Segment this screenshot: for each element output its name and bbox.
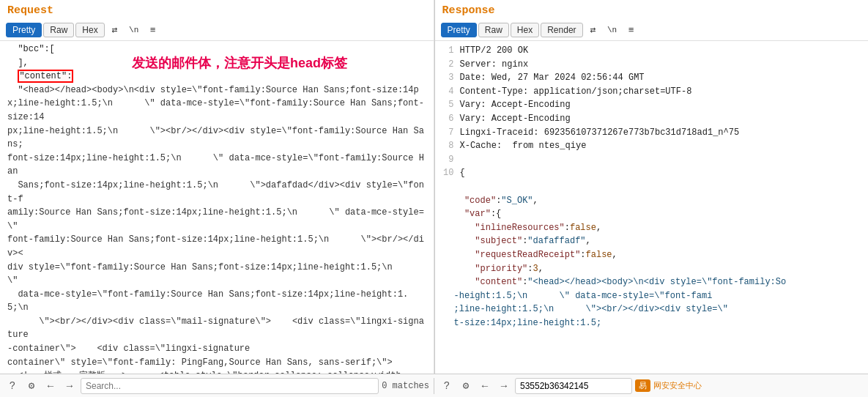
request-search-input[interactable] (81, 378, 379, 394)
request-bottom: ? ⚙ ← → 0 matches (0, 378, 434, 394)
response-line-8: 8 X-Cache: from ntes_qiye (435, 139, 869, 153)
response-forward-icon[interactable]: → (496, 378, 512, 394)
response-newline-icon[interactable]: \n (604, 22, 621, 38)
response-menu-icon[interactable]: ≡ (623, 22, 640, 38)
request-panel: Request Pretty Raw Hex ⇄ \n ≡ 发送的邮件体，注意开… (0, 0, 434, 374)
response-help-icon[interactable]: ? (439, 378, 455, 394)
request-code: "bcc":[ ], "content": "<head></head><bod… (0, 41, 434, 374)
request-filter-icon[interactable]: ⇄ (106, 22, 124, 38)
request-raw-btn[interactable]: Raw (43, 23, 74, 37)
response-toolbar: Pretty Raw Hex Render ⇄ \n ≡ (435, 20, 869, 41)
watermark-label: 网安安全中心 (653, 380, 702, 391)
request-menu-icon[interactable]: ≡ (144, 22, 162, 38)
response-line-5: 5 Vary: Accept-Encoding (435, 98, 869, 112)
response-raw-btn[interactable]: Raw (478, 23, 509, 37)
request-content-area: 发送的邮件体，注意开头是head标签 "bcc":[ ], "content":… (0, 41, 434, 374)
request-help-icon[interactable]: ? (4, 378, 21, 394)
response-back-icon[interactable]: ← (477, 378, 493, 394)
response-json-code: "code":"S_OK", "var":{ "inlineResources"… (435, 180, 869, 344)
request-back-icon[interactable]: ← (42, 378, 59, 394)
request-newline-icon[interactable]: \n (125, 22, 143, 38)
request-forward-icon[interactable]: → (62, 378, 78, 394)
watermark-icon: 易 (635, 379, 650, 392)
request-title: Request (0, 0, 434, 20)
response-filter-icon[interactable]: ⇄ (585, 22, 602, 38)
response-panel: Response Pretty Raw Hex Render ⇄ \n ≡ 1 … (435, 0, 869, 374)
response-line-4: 4 Content-Type: application/json;charset… (435, 85, 869, 99)
response-content-area: 1 HTTP/2 200 OK 2 Server: nginx 3 Date: … (435, 41, 869, 374)
response-line-3: 3 Date: Wed, 27 Mar 2024 02:56:44 GMT (435, 71, 869, 85)
request-match-count: 0 matches (382, 381, 429, 391)
request-toolbar: Pretty Raw Hex ⇄ \n ≡ (0, 20, 434, 41)
request-gear-icon[interactable]: ⚙ (23, 378, 40, 394)
response-pretty-btn[interactable]: Pretty (441, 23, 477, 37)
response-search-input[interactable] (515, 378, 632, 394)
response-line-1: 1 HTTP/2 200 OK (435, 44, 869, 58)
response-line-6: 6 Vary: Accept-Encoding (435, 112, 869, 126)
response-line-9: 9 (435, 153, 869, 167)
watermark: 易 网安安全中心 (635, 379, 705, 392)
response-render-btn[interactable]: Render (541, 23, 582, 37)
response-hex-btn[interactable]: Hex (511, 23, 539, 37)
bottom-bar: ? ⚙ ← → 0 matches ? ⚙ ← → 易 网安安全中心 (0, 374, 868, 397)
response-line-10: 10 { (435, 166, 869, 180)
response-bottom: ? ⚙ ← → 易 网安安全中心 (434, 378, 868, 394)
request-hex-btn[interactable]: Hex (75, 23, 104, 37)
request-pretty-btn[interactable]: Pretty (6, 23, 42, 37)
content-key-highlight: "content": (18, 70, 73, 83)
response-line-2: 2 Server: nginx (435, 58, 869, 72)
response-title: Response (435, 0, 869, 20)
response-gear-icon[interactable]: ⚙ (458, 378, 474, 394)
response-line-7: 7 Lingxi-Traceid: 692356107371267e773b7b… (435, 126, 869, 140)
